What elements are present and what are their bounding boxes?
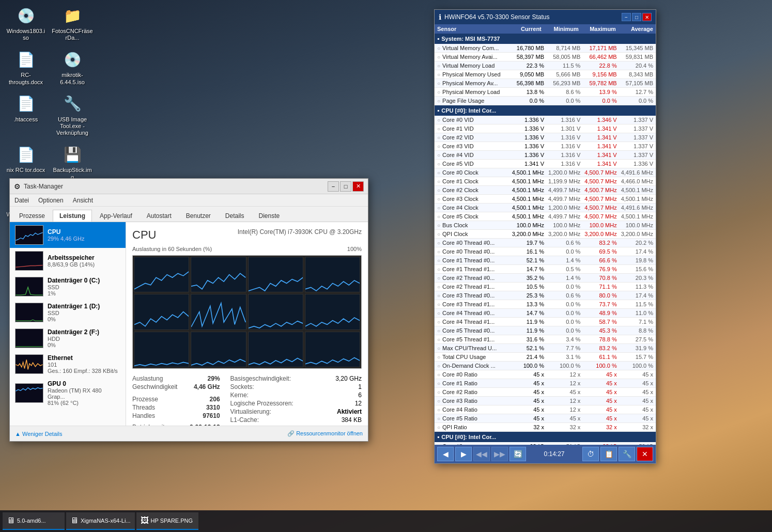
hwinfo-sensor-row[interactable]: ○ Max CPU/Thread U... 52.1 % 7.7 % 83.2 … [435, 344, 656, 353]
sensor-type-icon: ○ [437, 328, 440, 334]
hwinfo-sensor-row[interactable]: ○ Core #5 Clock 4,500.1 MHz 4,499.7 MHz … [435, 212, 656, 221]
hwinfo-sensor-row[interactable]: ○ Core #1 VID 1.336 V 1.301 V 1.341 V 1.… [435, 124, 656, 133]
desktop-icon-windows1803[interactable]: 💿 Windows1803.iso [5, 5, 47, 41]
hwinfo-titlebar[interactable]: ℹ HWiNFO64 v5.70-3300 Sensor Status − □ … [435, 10, 656, 24]
hwinfo-sensor-row[interactable]: ○ Virtual Memory Com... 16,780 MB 8,714 … [435, 44, 656, 53]
hwinfo-sensor-row[interactable]: ○ Core #1 Thread #1... 14.7 % 0.5 % 76.9… [435, 265, 656, 274]
hwinfo-sensor-row[interactable]: ○ Core #4 VID 1.336 V 1.316 V 1.341 V 1.… [435, 151, 656, 160]
hwinfo-sensor-row[interactable]: ○ Physical Memory Av... 56,398 MB 56,293… [435, 79, 656, 88]
hwinfo-sensor-row[interactable]: ○ Core #3 VID 1.336 V 1.316 V 1.341 V 1.… [435, 142, 656, 151]
sidebar-item-disk0[interactable]: Datenträger 0 (C:) SSD1% [10, 274, 126, 300]
weniger-details-link[interactable]: ▲ Weniger Details [15, 431, 62, 437]
hwinfo-sensor-row[interactable]: ○ Core #0 Clock 4,500.1 MHz 1,200.0 MHz … [435, 168, 656, 177]
hwinfo-section-header-system[interactable]: ▪System: MSI MS-7737 [435, 34, 656, 44]
taskbar-btn-hp[interactable]: 🖼 HP SPARE.PNG [136, 512, 198, 530]
hwinfo-sensor-row[interactable]: ○ Core #1 Thread #0... 52.1 % 1.4 % 66.6… [435, 256, 656, 265]
hwinfo-sensor-row[interactable]: ○ Physical Memory Load 13.8 % 8.6 % 13.9… [435, 88, 656, 97]
sidebar-item-disk1[interactable]: Datenträger 1 (D:) SSD0% [10, 300, 126, 325]
hwinfo-sensor-row[interactable]: ○ Core #0 Thread #0... 16.1 % 0.0 % 69.5… [435, 247, 656, 256]
hwinfo-sensor-row[interactable]: ○ On-Demand Clock ... 100.0 % 100.0 % 10… [435, 362, 656, 370]
hwinfo-action-settings[interactable]: 🔧 [619, 447, 635, 461]
hwinfo-nav-forward[interactable]: ▶ [455, 447, 472, 461]
menu-ansicht[interactable]: Ansicht [71, 196, 95, 205]
hwinfo-sensor-row[interactable]: ○ Core #5 VID 1.341 V 1.316 V 1.341 V 1.… [435, 160, 656, 168]
hwinfo-sensor-row[interactable]: ○ Virtual Memory Avai... 58,397 MB 58,00… [435, 53, 656, 61]
hwinfo-minimize-button[interactable]: − [622, 13, 631, 21]
sensor-name: Core #3 Clock [442, 196, 508, 202]
hwinfo-nav-forward-far[interactable]: ▶▶ [491, 447, 508, 461]
hwinfo-sensor-row[interactable]: ○ Core #2 Thread #0... 35.2 % 1.4 % 70.8… [435, 274, 656, 283]
hwinfo-sensor-row[interactable]: ○ Core #2 Thread #1... 10.5 % 0.0 % 71.1… [435, 283, 656, 291]
hwinfo-sensor-row[interactable]: ○ Core #3 Ratio 45 x 12 x 45 x 45 x [435, 397, 656, 405]
desktop-icon-fotosCNC[interactable]: 📁 FotosCNCFräserDa... [52, 5, 93, 41]
hwinfo-sensor-row[interactable]: ○ Core #0 VID 1.336 V 1.316 V 1.346 V 1.… [435, 116, 656, 124]
hwinfo-sensor-row[interactable]: ○ Core #0 Thread #0... 19.7 % 0.6 % 83.2… [435, 239, 656, 247]
hwinfo-section-header-cpu0-temps[interactable]: ▪CPU [#0]: Intel Cor... [435, 432, 656, 442]
tab-details[interactable]: Details [219, 210, 251, 222]
hwinfo-sensor-row[interactable]: ○ Core #3 Thread #0... 25.3 % 0.6 % 80.0… [435, 291, 656, 300]
hwinfo-nav-back-far[interactable]: ◀◀ [473, 447, 490, 461]
sensor-min: 1.4 % [544, 257, 580, 263]
sidebar-item-ram[interactable]: Arbeitsspeicher 8,8/63,9 GB (14%) [10, 248, 126, 274]
sidebar-item-gpu0[interactable]: GPU 0 Radeon (TM) RX 480 Grap...81% (62 … [10, 377, 126, 409]
hwinfo-action-clipboard[interactable]: 📋 [600, 447, 617, 461]
close-button[interactable]: ✕ [352, 181, 364, 192]
hwinfo-action-close[interactable]: ✕ [637, 447, 653, 461]
sensor-type-icon: ○ [437, 407, 440, 413]
hwinfo-action-refresh[interactable]: 🔄 [509, 447, 526, 461]
desktop-icon-htaccess[interactable]: 📄 .htaccess [5, 93, 47, 123]
maximize-button[interactable]: □ [340, 181, 351, 192]
hwinfo-sensor-row[interactable]: ○ Core #2 Clock 4,500.1 MHz 4,499.7 MHz … [435, 186, 656, 195]
sidebar-item-cpu[interactable]: CPU 29% 4,46 GHz [10, 222, 126, 248]
desktop-icon-nixrc[interactable]: 📄 nix RC tor.docx [5, 144, 47, 174]
hwinfo-nav-back[interactable]: ◀ [437, 447, 454, 461]
menu-optionen[interactable]: Optionen [36, 196, 66, 205]
tab-prozesse[interactable]: Prozesse [12, 210, 52, 222]
hwinfo-sensor-row[interactable]: ○ Core #2 VID 1.336 V 1.316 V 1.341 V 1.… [435, 133, 656, 142]
desktop-icon-mikrotik[interactable]: 💿 mikrotik-6.44.5.iso [52, 49, 93, 85]
task-manager-titlebar[interactable]: ⚙ Task-Manager − □ ✕ [10, 179, 368, 194]
hwinfo-sensor-row[interactable]: ○ Page File Usage 0.0 % 0.0 % 0.0 % 0.0 … [435, 97, 656, 105]
hwinfo-sensor-row[interactable]: ○ Core #3 Thread #1... 13.3 % 0.0 % 73.7… [435, 300, 656, 309]
hwinfo-sensor-row[interactable]: ○ QPI Clock 3,200.0 MHz 3,200.0 MHz 3,20… [435, 230, 656, 239]
desktop-icon-backupstick[interactable]: 💾 BackupStick.img [52, 144, 93, 180]
sidebar-item-disk2[interactable]: Datenträger 2 (F:) HDD0% [10, 325, 126, 351]
hwinfo-sensor-row[interactable]: ○ Core #1 Ratio 45 x 12 x 45 x 45 x [435, 379, 656, 388]
taskbar-btn-amd[interactable]: 🖥 5.0-amd6... [3, 512, 65, 530]
hwinfo-sensor-row[interactable]: ○ Core #2 Ratio 45 x 45 x 45 x 45 x [435, 388, 656, 397]
sensor-avg: 20.2 % [617, 240, 653, 246]
hwinfo-sensor-row[interactable]: ○ Total CPU Usage 21.4 % 3.1 % 61.1 % 15… [435, 353, 656, 362]
hwinfo-sensor-row[interactable]: ○ Bus Clock 100.0 MHz 100.0 MHz 100.0 MH… [435, 221, 656, 230]
hwinfo-maximize-button[interactable]: □ [632, 13, 641, 21]
ressourcenmonitor-link[interactable]: 🔗 Ressourcenmonitor öffnen [287, 430, 363, 437]
minimize-button[interactable]: − [328, 181, 339, 192]
hwinfo-action-clock[interactable]: ⏱ [582, 447, 599, 461]
menu-datei[interactable]: Datei [12, 196, 31, 205]
tab-autostart[interactable]: Autostart [140, 210, 178, 222]
hwinfo-sensor-row[interactable]: ○ Virtual Memory Load 22.3 % 11.5 % 22.8… [435, 61, 656, 70]
hwinfo-sensor-row[interactable]: ○ Core #5 Ratio 45 x 45 x 45 x 45 x [435, 414, 656, 423]
handles-value: 97610 [203, 412, 220, 419]
hwinfo-sensor-row[interactable]: ○ Core #0 Ratio 45 x 12 x 45 x 45 x [435, 370, 656, 379]
taskbar-btn-xigma[interactable]: 🖥 XigmaNAS-x64-Li... [66, 512, 135, 530]
hwinfo-sensor-row[interactable]: ○ Core #4 Thread #1... 11.9 % 0.0 % 58.7… [435, 318, 656, 326]
tab-app-verlauf[interactable]: App-Verlauf [93, 210, 139, 222]
hwinfo-sensor-row[interactable]: ○ Core #5 Thread #0... 11.9 % 0.0 % 45.3… [435, 326, 656, 335]
hwinfo-sensor-row[interactable]: ○ Core #5 Thread #1... 31.6 % 3.4 % 78.8… [435, 335, 656, 344]
hwinfo-sensor-row[interactable]: ○ Core #1 Clock 4,500.1 MHz 1,199.9 MHz … [435, 177, 656, 186]
hwinfo-sensor-row[interactable]: ○ Core #4 Thread #0... 14.7 % 0.0 % 48.9… [435, 309, 656, 318]
hwinfo-sensor-row[interactable]: ○ QPI Ratio 32 x 32 x 32 x 32 x [435, 423, 656, 432]
desktop-icon-rc-doc[interactable]: 📄 RC-througts.docx [5, 49, 47, 85]
hwinfo-sensor-row[interactable]: ○ Core #4 Clock 4,500.1 MHz 1,200.0 MHz … [435, 204, 656, 212]
hwinfo-section-header-cpu0[interactable]: ▪CPU [#0]: Intel Cor... [435, 105, 656, 116]
hwinfo-sensor-row[interactable]: ○ Physical Memory Used 9,050 MB 5,666 MB… [435, 70, 656, 79]
tab-benutzer[interactable]: Benutzer [179, 210, 218, 222]
hwinfo-sensor-row[interactable]: ○ Core #4 Ratio 45 x 12 x 45 x 45 x [435, 405, 656, 414]
tab-leistung[interactable]: Leistung [53, 210, 92, 222]
desktop-icon-usbtool[interactable]: 🔧 USB Image Tool.exe - Verknüpfung [52, 93, 93, 137]
hwinfo-close-button[interactable]: ✕ [642, 13, 652, 21]
hwinfo-sensor-row[interactable]: ○ Core #3 Clock 4,500.1 MHz 4,499.7 MHz … [435, 195, 656, 204]
sensor-max: 58.7 % [580, 319, 616, 325]
sidebar-item-ethernet[interactable]: Ethernet 101Ges.: 160 Empf.: 328 KBit/s [10, 351, 126, 377]
tab-dienste[interactable]: Dienste [252, 210, 287, 222]
